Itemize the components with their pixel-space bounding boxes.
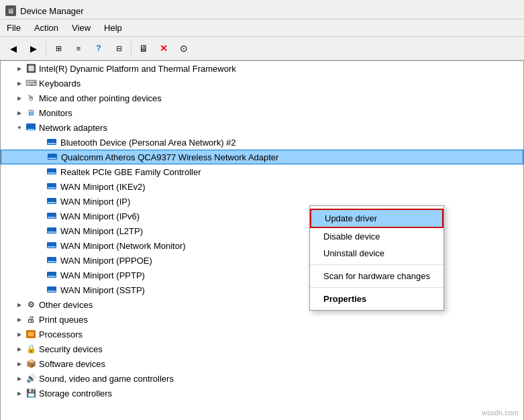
tree-label: Bluetooth Device (Personal Area Network)… (60, 138, 236, 148)
network-card-icon (46, 255, 58, 266)
svg-rect-9 (48, 187, 56, 189)
toolbar-btn3[interactable]: ⊞ (49, 40, 68, 57)
menu-action[interactable]: Action (28, 21, 65, 35)
network-card-icon (47, 152, 59, 162)
mouse-icon: 🖱 (25, 93, 37, 103)
tree-label: Other devices (39, 300, 93, 310)
tree-item-software[interactable]: ▶ 📦 Software devices (1, 356, 523, 371)
tree-label: Print queues (39, 315, 88, 325)
expand-icon: ▶ (14, 317, 25, 323)
tree-item-other[interactable]: ▶ ⚙ Other devices (1, 297, 523, 312)
tree-label: WAN Miniport (L2TP) (60, 226, 143, 236)
expand-icon: ▶ (14, 361, 25, 367)
title-text: Device Manager (20, 6, 84, 16)
svg-rect-17 (48, 246, 56, 248)
back-button[interactable]: ◀ (4, 40, 23, 57)
tree-item-qualcomm[interactable]: Qualcomm Atheros QCA9377 Wireless Networ… (1, 150, 523, 164)
expand-icon: ▶ (14, 346, 25, 352)
network-icon (25, 122, 37, 133)
tree-item-wan-ip[interactable]: WAN Miniport (IP) (1, 194, 523, 209)
tree-item-processors[interactable]: ▶ Processors (1, 327, 523, 342)
tree-item-storage[interactable]: ▶ 💾 Storage controllers (1, 386, 523, 401)
context-menu: Update driver Disable device Uninstall d… (309, 205, 444, 311)
tree-item-wan-pptp[interactable]: WAN Miniport (PPTP) (1, 268, 523, 282)
expand-icon: ▶ (14, 302, 25, 308)
tree-label: Mice and other pointing devices (39, 93, 162, 103)
tree-item-network[interactable]: ▼ Network adapters (1, 120, 523, 135)
context-menu-item-disable[interactable]: Disable device (310, 228, 443, 245)
tree-item-wan-ikev2[interactable]: WAN Miniport (IKEv2) (1, 179, 523, 194)
svg-rect-5 (48, 158, 56, 159)
tree-label: WAN Miniport (IP) (60, 197, 130, 207)
menu-help[interactable]: Help (97, 21, 129, 35)
storage-icon: 💾 (25, 388, 37, 399)
keyboard-icon: ⌨ (25, 78, 37, 89)
context-menu-separator2 (310, 287, 443, 288)
tree-item-monitors[interactable]: ▶ 🖥 Monitors (1, 105, 523, 120)
menu-file[interactable]: File (0, 21, 28, 35)
expand-icon: ▶ (14, 95, 25, 101)
network-card-icon (46, 284, 58, 295)
tree-item-wan-pppoe[interactable]: WAN Miniport (PPPOE) (1, 253, 523, 268)
toolbar-btn9[interactable]: ⊙ (174, 40, 193, 57)
network-card-icon (46, 270, 58, 280)
tree-label: WAN Miniport (PPPOE) (60, 256, 152, 266)
svg-rect-7 (48, 172, 56, 174)
toolbar-sep1 (46, 42, 46, 55)
tree-label: Security devices (39, 344, 103, 354)
expand-icon: ▶ (14, 66, 25, 72)
tree-label: Processors (39, 329, 83, 339)
tree-label: Software devices (39, 359, 105, 369)
tree-item-print[interactable]: ▶ 🖨 Print queues (1, 312, 523, 327)
tree-label: WAN Miniport (SSTP) (60, 285, 145, 295)
network-card-icon (46, 196, 58, 207)
tree-item-bluetooth[interactable]: Bluetooth Device (Personal Area Network)… (1, 135, 523, 150)
monitor-icon: 🖥 (25, 107, 37, 118)
tree-item-intel[interactable]: ▶ 🔲 Intel(R) Dynamic Platform and Therma… (1, 61, 523, 76)
tree-item-wan-sstp[interactable]: WAN Miniport (SSTP) (1, 282, 523, 297)
svg-rect-15 (48, 231, 56, 233)
svg-rect-13 (48, 217, 56, 218)
tree-label: Network adapters (39, 123, 107, 133)
svg-rect-23 (48, 291, 56, 292)
toolbar-sep2 (131, 42, 132, 55)
tree-item-wan-l2tp[interactable]: WAN Miniport (L2TP) (1, 223, 523, 238)
toolbar-delete-btn[interactable]: ✕ (154, 40, 173, 57)
tree-item-wan-netmon[interactable]: WAN Miniport (Network Monitor) (1, 238, 523, 253)
tree-item-realtek[interactable]: Realtek PCIe GBE Family Controller (1, 164, 523, 179)
toolbar-btn5[interactable]: ? (89, 40, 108, 57)
context-menu-item-update-driver[interactable]: Update driver (310, 209, 443, 228)
context-menu-item-uninstall[interactable]: Uninstall device (310, 245, 443, 262)
tree-panel[interactable]: ▶ 🔲 Intel(R) Dynamic Platform and Therma… (0, 60, 524, 420)
forward-button[interactable]: ▶ (24, 40, 43, 57)
tree-label: WAN Miniport (PPTP) (60, 270, 145, 280)
tree-item-security[interactable]: ▶ 🔒 Security devices (1, 342, 523, 356)
tree-label: Realtek PCIe GBE Family Controller (60, 167, 201, 177)
context-menu-item-properties[interactable]: Properties (310, 291, 443, 307)
network-card-icon (46, 137, 58, 148)
tree-item-keyboards[interactable]: ▶ ⌨ Keyboards (1, 76, 523, 91)
software-icon: 📦 (25, 358, 37, 369)
tree-label: Sound, video and game controllers (39, 374, 174, 384)
toolbar-btn6[interactable]: ⊟ (109, 40, 128, 57)
title-bar: 🖥 Device Manager (0, 0, 524, 19)
tree-item-mice[interactable]: ▶ 🖱 Mice and other pointing devices (1, 91, 523, 105)
expand-icon: ▶ (14, 110, 25, 116)
tree-label: Keyboards (39, 78, 81, 89)
tree-label: WAN Miniport (IKEv2) (60, 182, 146, 192)
network-card-icon (46, 181, 58, 192)
svg-rect-25 (28, 332, 34, 336)
title-icon: 🖥 (5, 5, 16, 16)
tree-item-sound[interactable]: ▶ 🔊 Sound, video and game controllers (1, 371, 523, 386)
context-menu-item-scan[interactable]: Scan for hardware changes (310, 268, 443, 284)
expand-icon: ▶ (14, 331, 25, 337)
svg-rect-1 (28, 129, 34, 131)
toolbar-btn7[interactable]: 🖥 (134, 40, 153, 57)
expand-icon: ▶ (14, 81, 25, 87)
svg-rect-11 (48, 202, 56, 203)
tree-item-wan-ipv6[interactable]: WAN Miniport (IPv6) (1, 209, 523, 223)
context-menu-separator1 (310, 264, 443, 265)
network-card-icon (46, 225, 58, 236)
toolbar-btn4[interactable]: ≡ (69, 40, 88, 57)
menu-view[interactable]: View (65, 21, 97, 35)
